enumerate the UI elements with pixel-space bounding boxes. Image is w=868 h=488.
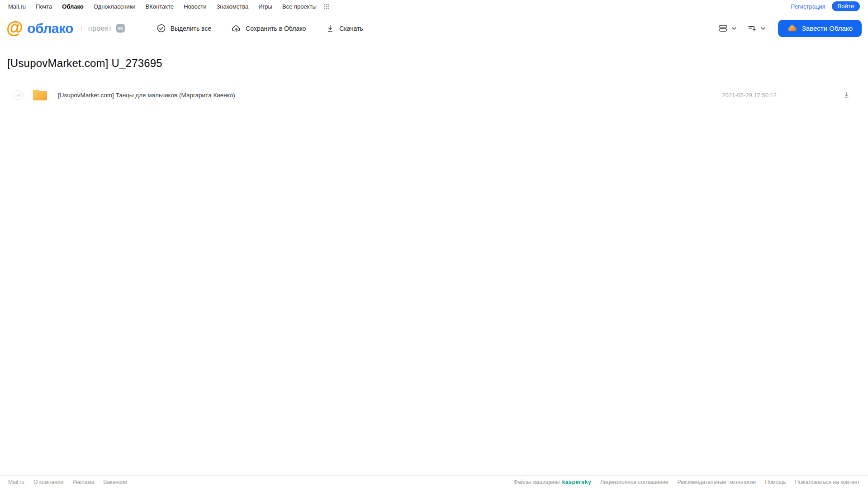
footer-left-links: Mail.ru О компании Реклама Вакансии [8,479,127,485]
view-mode-selector[interactable] [718,24,737,33]
footer-link-report[interactable]: Пожаловаться на контент [795,479,860,485]
topnav-links: Mail.ru Почта Облако Одноклассники ВКонт… [8,3,330,10]
footer-link-help[interactable]: Помощь [765,479,786,485]
topnav: Mail.ru Почта Облако Одноклассники ВКонт… [0,0,868,13]
nav-link-games[interactable]: Игры [258,3,272,10]
footer-link-ads[interactable]: Реклама [72,479,94,485]
nav-link-dating[interactable]: Знакомства [216,3,248,10]
footer: Mail.ru О компании Реклама Вакансии Файл… [0,475,868,488]
header: @ облако | проект VK Выделить все [0,13,868,44]
row-download-icon[interactable] [842,91,851,99]
nav-link-cloud[interactable]: Облако [62,3,84,10]
folder-icon [32,88,48,102]
nav-link-mail[interactable]: Почта [36,3,52,10]
project-label: проект [88,24,112,33]
nav-link-vkontakte[interactable]: ВКонтакте [146,3,174,10]
nav-link-mailru[interactable]: Mail.ru [8,3,26,10]
main-content: [UsupovMarket.com] U_273695 [UsupovMarke… [0,57,868,105]
nav-link-all-projects[interactable]: Все проекты [282,3,317,10]
get-cloud-label: Завести Облако [802,24,853,32]
get-cloud-button[interactable]: Завести Облако [778,20,862,37]
cloud-upload-icon [231,24,241,33]
chevron-down-icon [760,25,766,32]
row-checkbox[interactable] [14,90,24,100]
checkmark-icon [16,92,22,98]
download-label: Скачать [339,25,363,32]
chevron-down-icon [731,25,737,32]
mailru-at-icon: @ [6,19,23,36]
protected-by-label: Файлы защищены [514,479,560,485]
file-name-link[interactable]: [UsupovMarket.com] Танцы для мальчиков (… [58,92,235,99]
file-date: 2021-05-29 17:50:12 [722,92,777,99]
all-projects-grid-icon[interactable] [323,3,330,10]
vk-logo-icon: VK [116,24,125,33]
nav-link-news[interactable]: Новости [184,3,206,10]
footer-link-jobs[interactable]: Вакансии [103,479,127,485]
save-to-cloud-button[interactable]: Сохранить в Облако [231,24,306,33]
footer-right-links: Файлы защищены kaspersky Лицензионное со… [514,479,860,485]
footer-link-recommendations[interactable]: Рекомендательные технологии [678,479,756,485]
cloud-logo-text: облако [27,22,73,35]
footer-link-license[interactable]: Лицензионное соглашение [600,479,668,485]
select-all-label: Выделить все [171,25,212,32]
sort-selector[interactable] [747,24,766,33]
cloud-logo[interactable]: @ облако | проект VK [6,20,125,36]
registration-link[interactable]: Регистрация [791,3,825,10]
file-row[interactable]: [UsupovMarket.com] Танцы для мальчиков (… [7,85,861,105]
footer-link-mailru[interactable]: Mail.ru [8,479,24,485]
toolbar: Выделить все Сохранить в Облако Скачат [157,24,363,33]
topnav-auth: Регистрация Войти [791,1,860,12]
nav-link-odnoklassniki[interactable]: Одноклассники [94,3,136,10]
header-right-controls: Завести Облако [718,20,862,37]
kaspersky-logo: kaspersky [562,479,591,485]
footer-link-about[interactable]: О компании [33,479,63,485]
save-to-cloud-label: Сохранить в Облако [246,25,306,32]
page-title: [UsupovMarket.com] U_273695 [7,57,861,70]
sort-icon [747,24,757,33]
check-circle-icon [157,24,166,33]
select-all-button[interactable]: Выделить все [157,24,212,33]
download-button[interactable]: Скачать [326,24,363,33]
kaspersky-protected: Файлы защищены kaspersky [514,479,592,485]
orange-cloud-icon [787,23,797,33]
logo-divider: | [81,24,83,32]
login-button[interactable]: Войти [832,1,860,12]
download-icon [326,24,335,33]
list-view-icon [718,24,728,33]
